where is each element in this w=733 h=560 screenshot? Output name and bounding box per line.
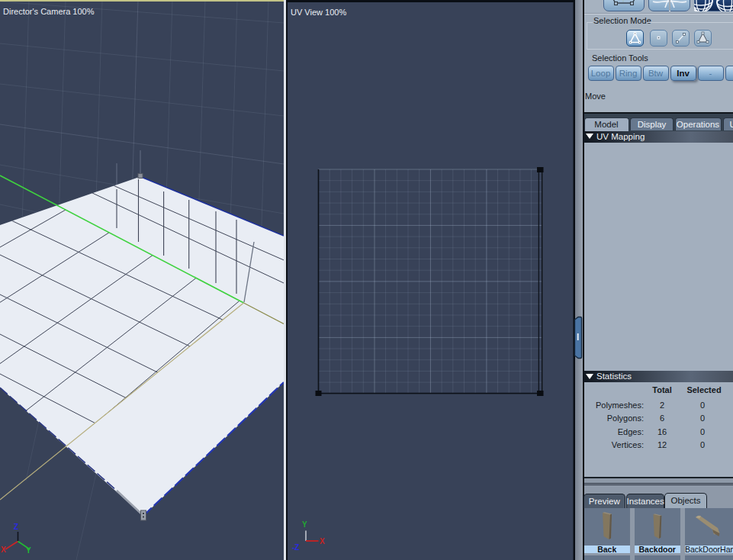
svg-text:X: X — [1, 546, 6, 554]
svg-text:Y: Y — [26, 546, 31, 555]
svg-text:X: X — [320, 537, 325, 546]
svg-text:Y: Y — [302, 520, 307, 529]
svg-text:UV View 100%: UV View 100% — [291, 8, 346, 17]
svg-text:Z: Z — [14, 523, 18, 531]
svg-text:Director's Camera 100%: Director's Camera 100% — [3, 7, 95, 16]
svg-text:-Z: -Z — [292, 543, 299, 552]
